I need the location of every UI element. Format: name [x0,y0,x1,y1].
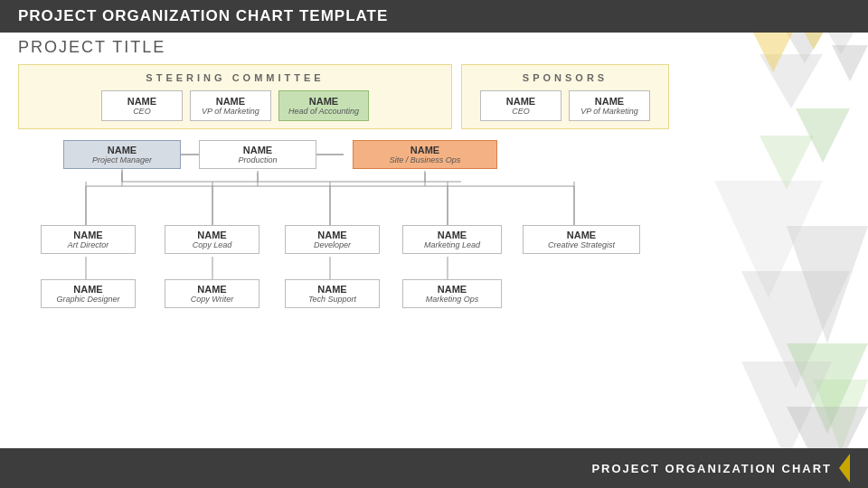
org-marketing-lead: NAME Marketing Lead [402,225,502,254]
sponsor-vp-role: VP of Marketing [579,107,640,116]
svg-marker-13 [741,361,832,461]
committees-row: STEERING COMMITTEE NAME CEO NAME VP of M… [18,64,850,129]
org-biz-name: NAME [359,145,491,155]
org-creative: NAME Creative Strategist [523,225,640,254]
org-dev-role: Developer [291,240,373,249]
org-biz-role: Site / Business Ops [359,155,491,164]
steering-vp-name: NAME [200,96,261,107]
header: PROJECT ORGANIZATION CHART TEMPLATE [0,0,868,33]
steering-title: STEERING COMMITTEE [30,72,440,83]
org-graphic: NAME Graphic Designer [41,279,136,308]
org-cs-role: Creative Strategist [529,240,634,249]
steering-vp-role: VP of Marketing [200,107,261,116]
sponsor-ceo-role: CEO [490,107,552,116]
org-ad-role: Art Director [47,240,129,249]
main-content: STEERING COMMITTEE NAME CEO NAME VP of M… [0,64,868,344]
org-ts-role: Tech Support [291,295,373,304]
org-pm: NAME Project Manager [63,140,181,169]
sponsors: SPONSORS NAME CEO NAME VP of Marketing [461,64,669,129]
steering-ceo-name: NAME [111,96,173,107]
org-mo-role: Marketing Ops [409,295,495,304]
org-art-dir: NAME Art Director [41,225,136,254]
steering-head-name: NAME [288,96,359,107]
org-ml-role: Marketing Lead [409,240,495,249]
org-cw-name: NAME [171,284,253,295]
steering-ceo-role: CEO [111,107,173,116]
org-copy-lead: NAME Copy Lead [165,225,259,254]
steering-head-role: Head of Accounting [288,107,359,116]
footer-accent [839,454,850,483]
project-title: PROJECT TITLE [0,33,868,62]
footer-label: PROJECT ORGANIZATION CHART [591,462,832,475]
org-cl-name: NAME [171,230,253,240]
sponsor-card-ceo: NAME CEO [480,90,561,121]
steering-card-ceo: NAME CEO [101,90,183,121]
org-biz: NAME Site / Business Ops [353,140,497,169]
org-ts-name: NAME [291,284,373,295]
footer: PROJECT ORGANIZATION CHART [0,448,868,488]
org-prod-name: NAME [205,145,310,155]
steering-committee: STEERING COMMITTEE NAME CEO NAME VP of M… [18,64,452,129]
org-pm-name: NAME [70,145,175,155]
org-gd-name: NAME [47,284,129,295]
steering-card-vp: NAME VP of Marketing [190,90,271,121]
sponsors-title: SPONSORS [473,72,657,83]
sponsor-card-vp: NAME VP of Marketing [569,90,650,121]
sponsor-ceo-name: NAME [490,96,552,107]
org-pm-role: Project Manager [70,155,175,164]
svg-marker-12 [814,380,868,452]
sponsors-cards: NAME CEO NAME VP of Marketing [473,90,657,121]
org-cs-name: NAME [529,230,634,240]
org-copywriter: NAME Copy Writer [165,279,259,308]
org-ad-name: NAME [47,230,129,240]
sponsor-vp-name: NAME [579,96,640,107]
org-gd-role: Graphic Designer [47,295,129,304]
org-developer: NAME Developer [285,225,380,254]
org-prod: NAME Production [199,140,316,169]
steering-card-head: NAME Head of Accounting [278,90,369,121]
org-marketing-ops: NAME Marketing Ops [402,279,502,308]
org-cl-role: Copy Lead [171,240,253,249]
org-tech-support: NAME Tech Support [285,279,380,308]
org-cw-role: Copy Writer [171,295,253,304]
org-dev-name: NAME [291,230,373,240]
org-prod-role: Production [205,155,310,164]
org-chart: NAME Project Manager NAME Production NAM… [18,136,850,344]
org-ml-name: NAME [409,230,495,240]
svg-marker-11 [787,343,868,434]
steering-cards: NAME CEO NAME VP of Marketing NAME Head … [30,90,440,121]
header-title: PROJECT ORGANIZATION CHART TEMPLATE [18,7,850,25]
org-mo-name: NAME [409,284,495,295]
